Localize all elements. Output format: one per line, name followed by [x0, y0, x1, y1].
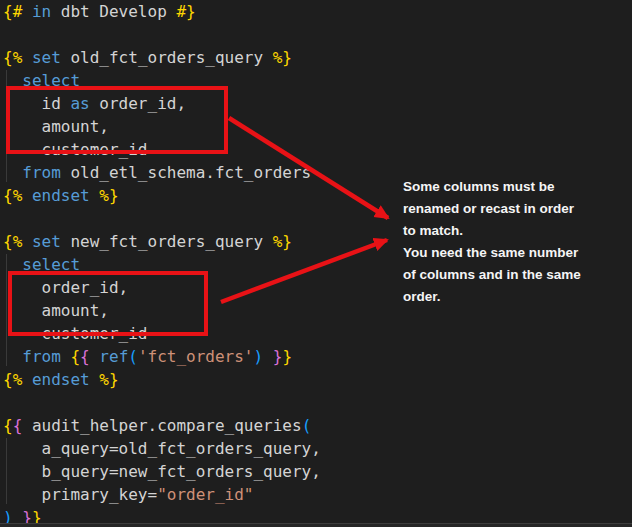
code-line: {% endset %}	[3, 368, 321, 391]
code-line: {{ audit_helper.compare_queries(	[3, 414, 321, 437]
code-line: {# in dbt Develop #}	[3, 0, 321, 23]
code-line: {% set new_fct_orders_query %}	[3, 230, 321, 253]
indent-guide	[6, 254, 7, 366]
code-line	[3, 391, 321, 414]
horizontal-scrollbar[interactable]	[0, 523, 632, 527]
code-line: {% set old_fct_orders_query %}	[3, 46, 321, 69]
indent-guide	[6, 438, 7, 504]
annotation-text: Some columns must be renamed or recast i…	[403, 176, 593, 308]
code-line: primary_key="order_id"	[3, 483, 321, 506]
code-editor: {# in dbt Develop #} {% set old_fct_orde…	[0, 0, 632, 527]
code-area[interactable]: {# in dbt Develop #} {% set old_fct_orde…	[3, 0, 321, 527]
code-line: from {{ ref('fct_orders') }}	[3, 345, 321, 368]
code-line: from old_etl_schema.fct_orders	[3, 161, 321, 184]
code-line: b_query=new_fct_orders_query,	[3, 460, 321, 483]
code-line: a_query=old_fct_orders_query,	[3, 437, 321, 460]
code-line	[3, 23, 321, 46]
highlight-box-new-columns	[8, 271, 208, 336]
highlight-box-old-columns	[6, 86, 228, 154]
code-line	[3, 207, 321, 230]
code-line: {% endset %}	[3, 184, 321, 207]
